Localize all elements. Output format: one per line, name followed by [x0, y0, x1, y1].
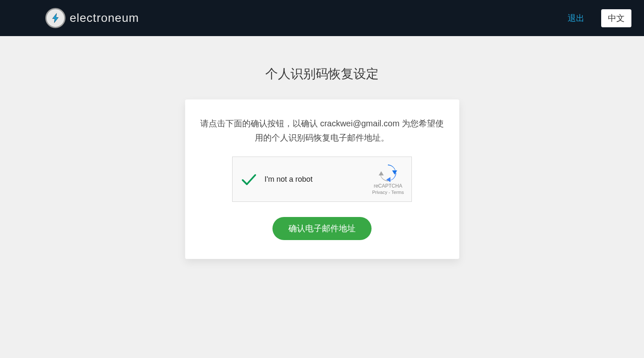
recaptcha-separator: -: [387, 190, 391, 195]
brand-name: electroneum: [70, 11, 139, 25]
recaptcha-widget[interactable]: I'm not a robot reCAPTCHA Privacy - Term…: [232, 157, 412, 202]
recaptcha-logo-icon: [379, 164, 397, 182]
logo-container[interactable]: electroneum: [45, 8, 139, 28]
recovery-card: 请点击下面的确认按钮，以确认 crackwei@gmail.com 为您希望使用…: [185, 99, 459, 259]
header: electroneum 退出 中文: [0, 0, 644, 36]
language-selector[interactable]: 中文: [601, 9, 631, 27]
recaptcha-links: Privacy - Terms: [372, 190, 404, 195]
header-right: 退出 中文: [568, 9, 631, 27]
main-content: 个人识别码恢复设定 请点击下面的确认按钮，以确认 crackwei@gmail.…: [0, 36, 644, 259]
checkmark-icon: [240, 171, 257, 188]
recaptcha-privacy-link[interactable]: Privacy: [372, 190, 387, 195]
recaptcha-branding: reCAPTCHA Privacy - Terms: [372, 164, 404, 195]
page-title: 个人识别码恢复设定: [265, 65, 379, 83]
recaptcha-terms-link[interactable]: Terms: [391, 190, 404, 195]
recaptcha-label: I'm not a robot: [264, 175, 372, 184]
lightning-bolt-icon: [50, 12, 61, 24]
instruction-text: 请点击下面的确认按钮，以确认 crackwei@gmail.com 为您希望使用…: [198, 116, 447, 145]
logout-link[interactable]: 退出: [568, 13, 584, 24]
brand-logo-icon: [45, 8, 65, 28]
recaptcha-title: reCAPTCHA: [374, 183, 402, 189]
confirm-email-button[interactable]: 确认电子邮件地址: [272, 217, 372, 240]
